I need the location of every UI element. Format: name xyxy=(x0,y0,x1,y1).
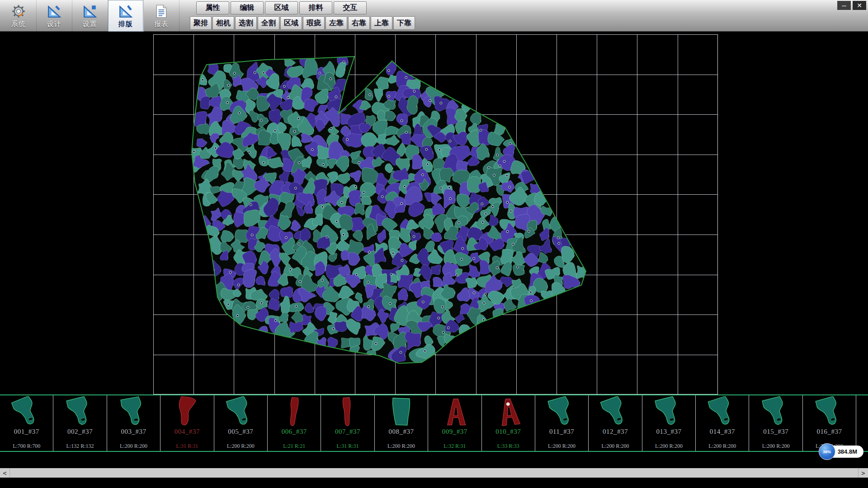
menu-tab-0[interactable]: 属性 xyxy=(196,1,229,14)
menu-tab-1[interactable]: 编辑 xyxy=(231,1,264,14)
piece-thumbnail[interactable]: 016_#37L:200 R:200 xyxy=(803,395,856,451)
leather-hide-nest[interactable] xyxy=(0,32,868,394)
piece-name: 014_#37 xyxy=(696,428,749,436)
scroll-right-arrow-icon[interactable]: > xyxy=(858,468,868,478)
piece-thumbnail[interactable]: 001_#37L:700 R:700 xyxy=(0,395,53,451)
piece-lr-count: L:200 R:200 xyxy=(107,443,160,450)
piece-thumbnail[interactable]: 009_#37L:32 R:31 xyxy=(428,395,481,451)
piece-shape-boot xyxy=(58,396,102,430)
piece-name: 011_#37 xyxy=(535,428,588,436)
piece-lr-count: L:21 R:21 xyxy=(268,443,321,450)
piece-thumbnail[interactable]: 007_#37L:31 R:31 xyxy=(321,395,374,451)
action-button-2[interactable]: 选割 xyxy=(235,16,257,30)
system-gear-icon xyxy=(11,4,26,19)
piece-thumbnail[interactable]: 004_#37L:31 R:31 xyxy=(160,395,214,451)
toolbar-button-label: 设置 xyxy=(83,20,97,28)
piece-name: 001_#37 xyxy=(0,428,53,436)
piece-thumbnail[interactable]: 011_#37L:200 R:200 xyxy=(535,395,589,451)
topbar: 系统设计设置排版报表 属性编辑区域排料交互 聚排相机选割全割区域瑕疵左靠右靠上靠… xyxy=(0,0,868,32)
horizontal-scrollbar[interactable]: < > xyxy=(0,468,868,478)
piece-name: 002_#37 xyxy=(53,428,106,436)
piece-lr-count: L:200 R:200 xyxy=(535,443,588,450)
nesting-ruler-icon xyxy=(118,4,133,19)
progress-percent-badge: 38% xyxy=(819,443,835,460)
toolbar-button-label: 排版 xyxy=(118,20,133,28)
piece-name: 010_#37 xyxy=(482,428,535,436)
piece-shape-a-shape xyxy=(433,396,476,430)
piece-name: 006_#37 xyxy=(268,428,321,436)
menu-tab-3[interactable]: 排料 xyxy=(299,1,332,14)
piece-shape-boot xyxy=(5,396,48,430)
piece-shape-boot xyxy=(594,396,637,430)
piece-shape-boot xyxy=(540,396,584,430)
piece-name: 005_#37 xyxy=(214,428,267,436)
action-button-5[interactable]: 瑕疵 xyxy=(303,16,325,30)
menu-tab-2[interactable]: 区域 xyxy=(265,1,298,14)
piece-shape-boot xyxy=(808,396,851,430)
toolbar-nesting-ruler-button[interactable]: 排版 xyxy=(108,0,144,32)
piece-thumbnail[interactable]: 008_#37L:200 R:200 xyxy=(375,395,428,451)
action-button-7[interactable]: 右靠 xyxy=(348,16,370,30)
piece-name: 003_#37 xyxy=(107,428,160,436)
piece-name: 004_#37 xyxy=(160,428,213,436)
piece-name: 012_#37 xyxy=(589,428,642,436)
piece-thumbnail[interactable]: 012_#37L:200 R:200 xyxy=(589,395,642,451)
piece-shape-curve xyxy=(165,396,209,430)
toolbar-button-label: 系统 xyxy=(11,20,26,28)
action-button-6[interactable]: 左靠 xyxy=(326,16,347,30)
piece-shape-boot xyxy=(754,396,797,430)
piece-thumbnail[interactable]: 014_#37L:200 R:200 xyxy=(696,395,749,451)
action-button-8[interactable]: 上靠 xyxy=(371,16,392,30)
piece-thumbnail[interactable]: 006_#37L:21 R:21 xyxy=(268,395,321,451)
piece-thumbnail[interactable]: 002_#37L:132 R:132 xyxy=(53,395,107,451)
piece-name: 007_#37 xyxy=(321,428,374,436)
action-button-9[interactable]: 下靠 xyxy=(393,16,415,30)
piece-lr-count: L:200 R:200 xyxy=(589,443,642,450)
action-button-4[interactable]: 区域 xyxy=(280,16,302,30)
scroll-left-arrow-icon[interactable]: < xyxy=(0,468,10,478)
piece-shape-boot xyxy=(219,396,262,430)
status-badge-group: 38% 384.8M xyxy=(819,443,863,460)
piece-lr-count: L:32 R:31 xyxy=(428,443,481,450)
piece-thumbnail[interactable]: 010_#37L:33 R:33 xyxy=(482,395,535,451)
menu-tabs-row: 属性编辑区域排料交互 xyxy=(196,1,367,14)
piece-shape-block xyxy=(379,396,423,430)
piece-name: 015_#37 xyxy=(749,428,802,436)
piece-name: 013_#37 xyxy=(642,428,695,436)
action-button-0[interactable]: 聚排 xyxy=(190,16,212,30)
piece-thumbnail[interactable]: 015_#37L:200 R:200 xyxy=(749,395,802,451)
piece-lr-count: L:132 R:132 xyxy=(53,443,106,450)
toolbar-system-gear-button[interactable]: 系统 xyxy=(1,0,37,32)
toolbar-report-document-button[interactable]: 报表 xyxy=(144,0,179,32)
piece-shape-strip xyxy=(326,396,369,430)
piece-lr-count: L:31 R:31 xyxy=(321,443,374,450)
piece-shape-boot xyxy=(861,396,868,430)
app-window: 系统设计设置排版报表 属性编辑区域排料交互 聚排相机选割全割区域瑕疵左靠右靠上靠… xyxy=(0,0,868,488)
piece-thumbnail[interactable]: 003_#37L:200 R:200 xyxy=(107,395,160,451)
piece-shape-boot xyxy=(112,396,155,430)
minimize-button[interactable]: ─ xyxy=(837,1,851,10)
piece-shape-strip xyxy=(273,396,316,430)
main-toolbar: 系统设计设置排版报表 xyxy=(1,0,179,32)
design-ruler-icon xyxy=(47,4,62,19)
toolbar-settings-ruler-button[interactable]: 设置 xyxy=(72,0,108,32)
piece-lr-count: L:200 R:200 xyxy=(749,443,802,450)
action-button-1[interactable]: 相机 xyxy=(212,16,234,30)
piece-shape-a-shape-hole xyxy=(486,396,530,430)
piece-shape-boot xyxy=(647,396,690,430)
piece-thumbnail[interactable] xyxy=(856,395,868,451)
pieces-strip: 001_#37L:700 R:700002_#37L:132 R:132003_… xyxy=(0,394,868,452)
close-button[interactable]: ✕ xyxy=(853,1,866,10)
action-button-3[interactable]: 全割 xyxy=(258,16,279,30)
window-controls: ─ ✕ xyxy=(837,1,866,10)
piece-name: 016_#37 xyxy=(803,428,856,436)
nesting-canvas[interactable] xyxy=(0,32,868,394)
piece-lr-count: L:31 R:31 xyxy=(160,443,213,450)
piece-thumbnail[interactable]: 005_#37L:200 R:200 xyxy=(214,395,268,451)
menu-actions-row: 聚排相机选割全割区域瑕疵左靠右靠上靠下靠 xyxy=(190,16,415,30)
toolbar-button-label: 报表 xyxy=(154,20,169,28)
toolbar-design-ruler-button[interactable]: 设计 xyxy=(37,0,72,32)
piece-lr-count: L:200 R:200 xyxy=(214,443,267,450)
menu-tab-4[interactable]: 交互 xyxy=(334,1,367,14)
piece-thumbnail[interactable]: 013_#37L:200 R:200 xyxy=(642,395,696,451)
